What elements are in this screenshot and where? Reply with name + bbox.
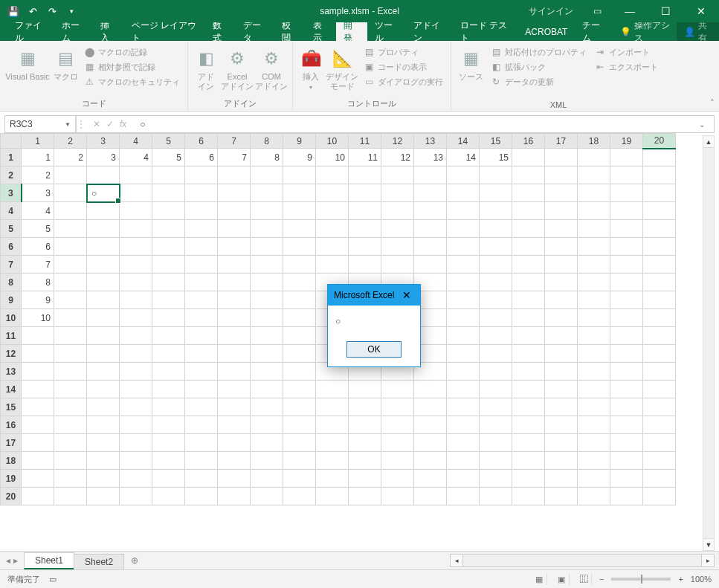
- tab-addins[interactable]: アドイン: [406, 22, 453, 41]
- cell[interactable]: [578, 398, 610, 416]
- cell[interactable]: [610, 381, 643, 398]
- cell[interactable]: [22, 416, 54, 434]
- cell[interactable]: [578, 309, 610, 327]
- cell[interactable]: [349, 238, 381, 256]
- cell[interactable]: [87, 202, 120, 220]
- cell[interactable]: [120, 291, 152, 309]
- cell[interactable]: [22, 470, 54, 488]
- tab-insert[interactable]: 挿入: [93, 22, 123, 41]
- cell[interactable]: [545, 434, 578, 452]
- zoom-level[interactable]: 100%: [691, 575, 712, 584]
- cell[interactable]: [512, 434, 545, 452]
- cell[interactable]: [218, 291, 251, 309]
- minimize-button[interactable]: ―: [612, 0, 648, 22]
- cell[interactable]: [480, 488, 512, 505]
- column-header[interactable]: 12: [381, 134, 414, 149]
- cell[interactable]: [185, 184, 218, 202]
- share-button[interactable]: 👤共有: [677, 22, 719, 41]
- cell[interactable]: [447, 381, 480, 398]
- source-button[interactable]: ▦ ソース: [456, 44, 486, 99]
- cell[interactable]: [152, 381, 185, 398]
- cell[interactable]: [152, 363, 185, 381]
- tab-loadtest[interactable]: ロード テスト: [453, 22, 518, 41]
- cell[interactable]: [610, 184, 643, 202]
- cell[interactable]: [54, 202, 87, 220]
- cell[interactable]: [283, 184, 316, 202]
- column-header[interactable]: 4: [120, 134, 152, 149]
- cell[interactable]: ○: [87, 184, 120, 202]
- cell[interactable]: [545, 363, 578, 381]
- cell[interactable]: [218, 452, 251, 470]
- cell[interactable]: 8: [251, 149, 283, 167]
- cell[interactable]: [349, 220, 381, 238]
- cell[interactable]: [512, 184, 545, 202]
- cell[interactable]: [283, 470, 316, 488]
- undo-icon[interactable]: ↶: [24, 2, 42, 20]
- cell[interactable]: [349, 416, 381, 434]
- cell[interactable]: [152, 398, 185, 416]
- cell[interactable]: [643, 149, 676, 167]
- row-header[interactable]: 3: [1, 184, 22, 202]
- cell[interactable]: [152, 434, 185, 452]
- cell[interactable]: [578, 488, 610, 505]
- cell[interactable]: [643, 452, 676, 470]
- cell[interactable]: [283, 309, 316, 327]
- cell[interactable]: [316, 470, 349, 488]
- chevron-down-icon[interactable]: ▼: [65, 121, 71, 128]
- cell[interactable]: [251, 452, 283, 470]
- cell[interactable]: [512, 452, 545, 470]
- addin-button[interactable]: ◧ アド イン: [193, 44, 219, 97]
- cell[interactable]: [218, 345, 251, 363]
- cell[interactable]: [545, 381, 578, 398]
- cell[interactable]: [283, 274, 316, 291]
- column-header[interactable]: 9: [283, 134, 316, 149]
- cell[interactable]: [643, 184, 676, 202]
- cell[interactable]: [218, 220, 251, 238]
- cell[interactable]: [251, 184, 283, 202]
- cell[interactable]: [218, 256, 251, 274]
- cell[interactable]: [87, 363, 120, 381]
- cell[interactable]: [316, 416, 349, 434]
- cell[interactable]: [54, 327, 87, 345]
- cell[interactable]: [120, 488, 152, 505]
- cell[interactable]: [643, 381, 676, 398]
- cell[interactable]: [480, 238, 512, 256]
- cell[interactable]: [316, 434, 349, 452]
- cell[interactable]: [545, 398, 578, 416]
- cell[interactable]: [54, 274, 87, 291]
- cell[interactable]: [316, 381, 349, 398]
- cell[interactable]: [414, 184, 447, 202]
- cell[interactable]: [578, 291, 610, 309]
- tab-developer[interactable]: 開発: [336, 22, 367, 41]
- cell[interactable]: [512, 149, 545, 167]
- cell[interactable]: [610, 488, 643, 505]
- select-all-corner[interactable]: [1, 134, 22, 149]
- cell[interactable]: [610, 202, 643, 220]
- add-sheet-button[interactable]: ⊕: [123, 555, 146, 566]
- column-header[interactable]: 15: [480, 134, 512, 149]
- cell[interactable]: [251, 416, 283, 434]
- cell[interactable]: [480, 345, 512, 363]
- cell[interactable]: [185, 256, 218, 274]
- cell[interactable]: [87, 416, 120, 434]
- cell[interactable]: [545, 327, 578, 345]
- run-dialog-button[interactable]: ▭ダイアログの実行: [360, 75, 446, 88]
- cell[interactable]: [120, 452, 152, 470]
- sign-in-link[interactable]: サインイン: [520, 5, 582, 18]
- cell[interactable]: [512, 345, 545, 363]
- cell[interactable]: [643, 470, 676, 488]
- enter-formula-icon[interactable]: ✓: [106, 119, 114, 129]
- cell[interactable]: [349, 167, 381, 184]
- map-properties-button[interactable]: ▤対応付けのプロパティ: [487, 45, 590, 59]
- cell[interactable]: 2: [54, 149, 87, 167]
- cell[interactable]: 10: [316, 149, 349, 167]
- cell[interactable]: [283, 220, 316, 238]
- scroll-up-icon[interactable]: ▲: [703, 136, 714, 148]
- cell[interactable]: [643, 488, 676, 505]
- cell[interactable]: [54, 291, 87, 309]
- cell[interactable]: [251, 398, 283, 416]
- cell[interactable]: [480, 309, 512, 327]
- cell[interactable]: [480, 202, 512, 220]
- cell[interactable]: [218, 327, 251, 345]
- cell[interactable]: 4: [22, 202, 54, 220]
